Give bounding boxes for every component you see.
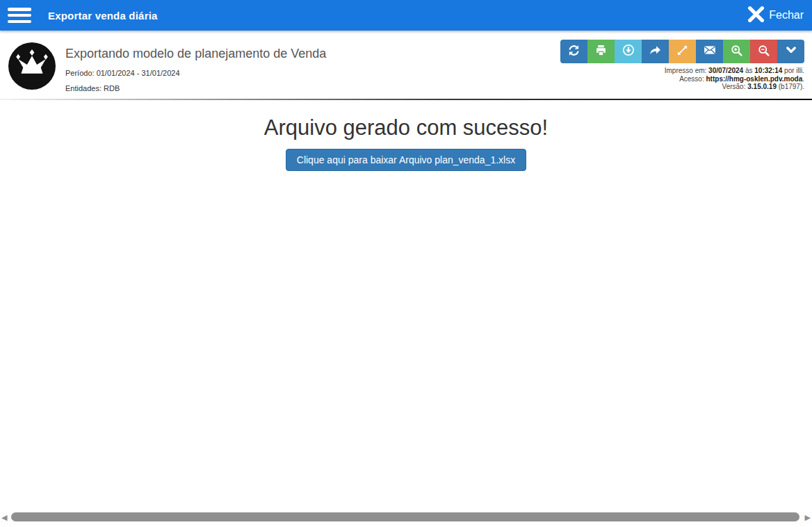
top-bar: Exportar venda diária Fechar: [0, 0, 812, 31]
zoom-in-button[interactable]: [723, 40, 750, 63]
refresh-button[interactable]: [560, 40, 587, 63]
report-entities: Entidades: RDB: [65, 84, 326, 92]
access-line: Acesso: https://hmg-osklen.pdv.moda.: [560, 75, 804, 83]
version-line: Versão: 3.15.0.19 (b1797).: [560, 83, 804, 91]
success-message: Arquivo gerado com sucesso!: [0, 115, 812, 140]
report-header: Exportando modelo de planejamento de Ven…: [0, 31, 812, 99]
scroll-right-icon[interactable]: ▶: [805, 514, 811, 521]
zoom-out-icon: [758, 44, 770, 59]
main-content: Arquivo gerado com sucesso! Clique aqui …: [0, 100, 812, 171]
printed-at-line: Impresso em: 30/07/2024 às 10:32:14 por …: [560, 67, 804, 75]
share-button[interactable]: [642, 40, 669, 63]
horizontal-scrollbar[interactable]: ◀ ▶: [0, 512, 812, 524]
close-icon: [747, 6, 765, 26]
collapse-button[interactable]: [777, 40, 804, 63]
zoom-out-button[interactable]: [750, 40, 777, 63]
print-button[interactable]: [587, 40, 615, 63]
email-button[interactable]: [696, 40, 723, 63]
share-icon: [649, 44, 661, 59]
report-info: Exportando modelo de planejamento de Ven…: [65, 47, 326, 92]
download-icon: [622, 44, 635, 59]
report-meta: Impresso em: 30/07/2024 às 10:32:14 por …: [560, 67, 804, 91]
download-file-button[interactable]: Clique aqui para baixar Arquivo plan_ven…: [286, 149, 526, 171]
email-icon: [704, 44, 716, 59]
expand-icon: [676, 44, 688, 59]
expand-button[interactable]: [669, 40, 696, 63]
zoom-in-icon: [731, 44, 742, 59]
report-period: Período: 01/01/2024 - 31/01/2024: [65, 69, 326, 77]
export-report-page: Exportar venda diária Fechar Exportando …: [0, 0, 812, 527]
close-label: Fechar: [769, 9, 804, 22]
menu-icon[interactable]: [8, 8, 31, 23]
close-button[interactable]: Fechar: [747, 6, 804, 26]
access-url: https://hmg-osklen.pdv.moda: [706, 75, 803, 83]
print-icon: [595, 44, 607, 59]
page-title: Exportar venda diária: [48, 10, 158, 22]
report-toolbar: [560, 40, 804, 63]
refresh-icon: [568, 44, 580, 59]
crown-logo-icon: [8, 42, 56, 90]
chevron-down-icon: [786, 44, 797, 58]
download-button[interactable]: [615, 40, 642, 63]
scrollbar-thumb[interactable]: [11, 512, 799, 521]
report-title: Exportando modelo de planejamento de Ven…: [65, 47, 326, 61]
scroll-left-icon[interactable]: ◀: [1, 514, 7, 521]
